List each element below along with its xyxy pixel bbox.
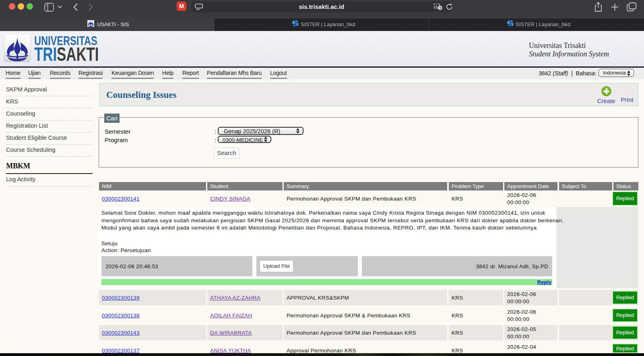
- svg-text:A: A: [436, 4, 438, 8]
- svg-text:文: 文: [439, 6, 442, 10]
